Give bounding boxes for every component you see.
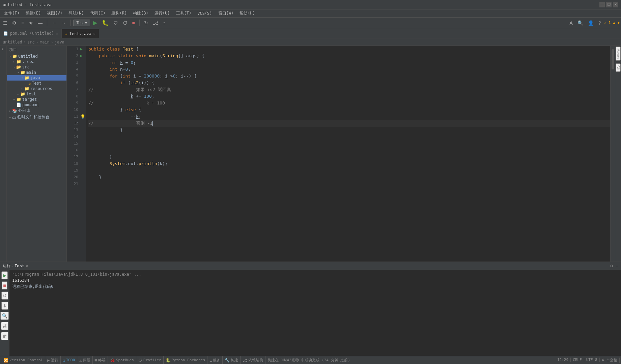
menu-help[interactable]: 帮助(H) <box>237 10 258 17</box>
status-position[interactable]: 12:29 <box>555 358 571 362</box>
status-dependencies[interactable]: ⎇ 依赖结构 <box>241 356 265 364</box>
tab-pom-xml[interactable]: 📄 pom.xml (untitled) ✕ <box>0 29 62 38</box>
menu-window[interactable]: 窗口(W) <box>216 10 236 17</box>
tree-item-external[interactable]: ▸ 📚 外部库 <box>7 108 66 114</box>
run-settings-button[interactable]: ⚙ <box>610 263 613 268</box>
menu-vcs[interactable]: VCS(S) <box>195 10 215 17</box>
stop-button[interactable]: ■ <box>131 19 137 27</box>
folder-icon-test: 📁 <box>20 92 25 96</box>
menu-refactor[interactable]: 重构(R) <box>109 10 130 17</box>
run-config-selector[interactable]: Test ▾ <box>73 20 90 26</box>
warning-bulb[interactable]: 💡 <box>80 113 85 120</box>
profiler-run-button[interactable]: ⏱ <box>121 19 129 27</box>
status-spotbugs[interactable]: 🐞 SpotBugs <box>108 356 136 364</box>
status-indent[interactable]: 4 个空格 <box>600 358 620 363</box>
menu-file[interactable]: 文件(F) <box>1 10 22 17</box>
menu-build[interactable]: 构建(B) <box>130 10 151 17</box>
line-num-11: 11 <box>67 113 78 120</box>
tree-item-test-class[interactable]: ☕ Test <box>7 81 66 86</box>
code-line-19 <box>88 167 610 174</box>
maximize-button[interactable]: ❐ <box>606 2 612 7</box>
right-sidebar-maven[interactable]: Maven <box>616 47 621 61</box>
help-icon-button[interactable]: ? <box>597 19 603 27</box>
right-sidebar-git[interactable]: Git <box>616 63 621 72</box>
left-icon-1[interactable]: ≡ <box>0 47 7 51</box>
breadcrumb-java[interactable]: java <box>55 40 64 44</box>
status-run[interactable]: ▶ 运行 <box>45 356 60 364</box>
folder-icon-target: 📁 <box>16 97 21 102</box>
status-todo[interactable]: ☑ TODO <box>61 356 78 364</box>
back-button[interactable]: ← <box>50 19 58 27</box>
status-build[interactable]: 🔧 构建 <box>223 356 241 364</box>
menu-navigate[interactable]: 导航(N) <box>66 10 87 17</box>
run-filter-button[interactable]: 🔍 <box>0 312 9 320</box>
run-close-panel-button[interactable]: — <box>616 263 618 268</box>
folder-icon-main: 📁 <box>20 70 25 75</box>
tree-item-pom[interactable]: 📄 pom.xml <box>7 102 66 108</box>
run-play-button[interactable]: ▶ <box>1 271 8 279</box>
title-bar-controls[interactable]: — ❐ ✕ <box>599 2 618 7</box>
toolbar: ☰ ⚙ ≡ ★ ― ← → Test ▾ ▶ 🐛 🛡 ⏱ ■ ↻ ⎇ ↑ A 🔍… <box>0 18 621 28</box>
status-line-ending[interactable]: CRLF <box>571 358 584 362</box>
tree-item-src[interactable]: ▾ 📂 src <box>7 64 66 70</box>
tree-item-idea[interactable]: ▸ 📁 .idea <box>7 59 66 64</box>
status-profiler[interactable]: ⏱ Profiler <box>136 356 164 364</box>
tab-test-close[interactable]: ✕ <box>93 32 95 36</box>
menu-tools[interactable]: 工具(T) <box>173 10 194 17</box>
bookmark-button[interactable]: ★ <box>27 19 35 27</box>
run-rerun-button[interactable]: ↺ <box>1 292 8 300</box>
find-button[interactable]: 🔍 <box>576 19 585 27</box>
translate-button[interactable]: A <box>568 19 574 27</box>
run-button[interactable]: ▶ <box>91 19 99 27</box>
run-arrow-2[interactable]: ▶ <box>80 53 86 59</box>
project-view-button[interactable]: ☰ <box>1 19 9 27</box>
line-num-4: 4 <box>67 66 78 73</box>
breadcrumb-untitled[interactable]: untitled <box>3 40 22 44</box>
tab-pom-close[interactable]: ✕ <box>56 32 58 35</box>
structure-button[interactable]: ≡ <box>20 19 26 27</box>
tree-item-target[interactable]: ▸ 📁 target <box>7 97 66 102</box>
tree-item-temp[interactable]: ▸ 🗂 临时文件和控制台 <box>7 114 66 120</box>
git-button[interactable]: ⎇ <box>151 19 160 27</box>
status-issues[interactable]: ⚠ 问题 <box>77 356 92 364</box>
minimize-button[interactable]: — <box>599 2 605 7</box>
status-services[interactable]: ☁ 服务 <box>207 356 223 364</box>
code-content[interactable]: public class Test { public static void m… <box>86 46 610 262</box>
run-tab-close[interactable]: ✕ <box>26 264 28 268</box>
breadcrumb-main[interactable]: main <box>40 40 50 44</box>
breadcrumb-src[interactable]: src <box>27 40 35 44</box>
tree-item-main[interactable]: ▾ 📁 main <box>7 70 66 75</box>
sync-button[interactable]: ↻ <box>142 19 150 27</box>
code-line-17: } <box>88 154 610 160</box>
avatar-button[interactable]: 👤 <box>586 19 595 27</box>
menu-code[interactable]: 代码(C) <box>87 10 108 17</box>
status-python-packages[interactable]: 🐍 Python Packages <box>164 356 207 364</box>
status-version-control[interactable]: 🔀 Version Control <box>1 356 45 364</box>
run-toolbar: 运行: Test ✕ ⚙ — <box>0 262 621 270</box>
menu-view[interactable]: 视图(V) <box>44 10 65 17</box>
debug-button[interactable]: 🐛 <box>100 19 110 27</box>
menu-run[interactable]: 运行(U) <box>152 10 173 17</box>
run-scroll-end-button[interactable]: ⬇ <box>1 302 8 310</box>
main-content: ≡ 项目 ▾ 📁 untitled ▸ 📁 .idea ▾ 📂 src ▾ <box>0 46 621 262</box>
settings-button[interactable]: ⚙ <box>10 19 18 27</box>
tab-test-java[interactable]: ☕ Test.java ✕ <box>62 29 99 38</box>
run-clear-button[interactable]: 🗑 <box>1 332 8 340</box>
status-encoding[interactable]: UTF-8 <box>584 358 600 362</box>
search-button[interactable]: ― <box>36 19 44 27</box>
tree-item-untitled[interactable]: ▾ 📁 untitled <box>7 54 66 59</box>
tree-item-resources[interactable]: ▸ 📁 resources <box>7 86 66 91</box>
update-button[interactable]: ↑ <box>161 19 167 27</box>
tree-item-test[interactable]: ▸ 📁 test <box>7 91 66 97</box>
code-editor[interactable]: 1 2 3 4 5 6 7 8 9 10 11 12 13 14 15 16 1… <box>67 46 615 262</box>
forward-button[interactable]: → <box>59 19 67 27</box>
run-arrow-1[interactable]: ▶ <box>80 46 86 53</box>
run-print-button[interactable]: 🖨 <box>1 322 8 330</box>
scroll-indicator[interactable] <box>610 46 615 262</box>
close-button[interactable]: ✕ <box>613 2 618 7</box>
run-stop-button[interactable]: ■ <box>2 281 7 290</box>
tree-item-java[interactable]: ▾ 📁 java <box>7 75 66 81</box>
menu-edit[interactable]: 编辑(E) <box>23 10 44 17</box>
run-coverage-button[interactable]: 🛡 <box>112 19 120 27</box>
status-terminal[interactable]: ⊞ 终端 <box>93 356 108 364</box>
